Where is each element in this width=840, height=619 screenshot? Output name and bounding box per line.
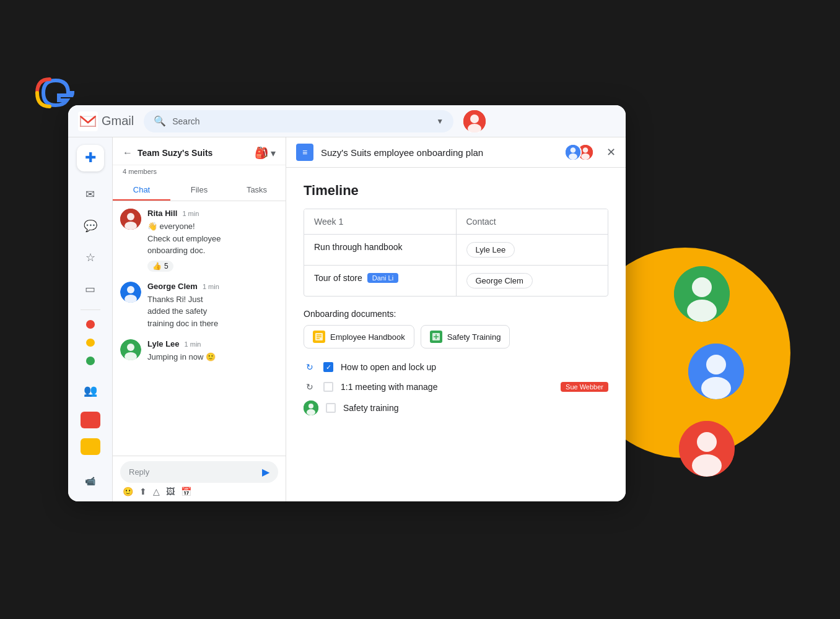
- contact-pill-1: Lyle Lee: [466, 242, 515, 258]
- tab-tasks[interactable]: Tasks: [228, 180, 286, 201]
- sidebar-item-mail[interactable]: ✉: [77, 181, 104, 208]
- chat-header: ← Team Suzy's Suits 🎒 ▾: [113, 137, 286, 165]
- doc-chip-handbook[interactable]: Employee Handbook: [304, 325, 414, 348]
- search-bar[interactable]: 🔍 Search ▼: [144, 110, 453, 132]
- avatar-lyle: [120, 339, 141, 360]
- gmail-topbar: Gmail 🔍 Search ▼: [68, 105, 626, 137]
- team-emoji: 🎒: [255, 146, 268, 160]
- doc-title: Suzy's Suits employee onboarding plan: [321, 147, 557, 158]
- main-content: ✚ ✉ 💬 ☆ ▭ 👥 📹 ← Team Suzy's Suits 🎒 ▾ 4 …: [68, 137, 626, 501]
- msg-body-1: Rita Hill 1 min 👋 everyone!Check out emp…: [147, 209, 278, 272]
- dani-li-badge: Dani Li: [367, 273, 398, 283]
- close-button[interactable]: ✕: [606, 145, 616, 159]
- msg-text-1: 👋 everyone!Check out employeeonboarding …: [147, 220, 278, 257]
- tab-files[interactable]: Files: [170, 180, 228, 201]
- checkbox-3[interactable]: [326, 403, 336, 413]
- msg-time-1: 1 min: [182, 210, 199, 217]
- timeline-contact-1: Lyle Lee: [456, 235, 608, 265]
- checkbox-1[interactable]: ✓: [323, 362, 333, 372]
- account-avatar[interactable]: [463, 110, 486, 132]
- drive-icon[interactable]: △: [153, 487, 160, 496]
- gmail-label: Gmail: [102, 114, 134, 128]
- svg-point-1: [692, 277, 712, 297]
- timeline-row-1: Run through handbook Lyle Lee: [304, 235, 608, 266]
- sidebar-divider: [81, 310, 100, 310]
- calendar-icon[interactable]: 📅: [181, 487, 191, 496]
- safety-icon: [430, 331, 442, 343]
- onboarding-docs-title: Onboarding documents:: [304, 309, 608, 319]
- svg-point-18: [127, 286, 134, 293]
- svg-point-7: [697, 432, 717, 452]
- task-badge-row: Tour of store Dani Li: [314, 273, 446, 283]
- msg-body-3: Lyle Lee 1 min Jumping in now 🙂: [147, 339, 278, 363]
- timeline-task-2: Tour of store Dani Li: [304, 266, 456, 296]
- msg-header-3: Lyle Lee 1 min: [147, 339, 278, 348]
- tab-chat[interactable]: Chat: [113, 180, 170, 201]
- reply-placeholder: Reply: [129, 467, 149, 477]
- gmail-logo: Gmail: [78, 111, 134, 131]
- checklist-item-2: ↻ 1:1 meeting with manage Sue Webber: [304, 381, 608, 393]
- checklist-text-3: Safety training: [343, 403, 608, 413]
- timeline-header-row: Week 1 Contact: [304, 209, 608, 235]
- msg-name-1: Rita Hill: [147, 209, 177, 218]
- svg-point-24: [571, 147, 576, 153]
- chat-messages: Rita Hill 1 min 👋 everyone!Check out emp…: [113, 201, 286, 456]
- chat-reply-bar: Reply ▶ 🙂 ⬆ △ 🖼 📅: [113, 456, 286, 501]
- chat-tabs: Chat Files Tasks: [113, 180, 286, 201]
- doc-header-avatars: [564, 144, 594, 161]
- timeline-row-2: Tour of store Dani Li George Clem: [304, 266, 608, 296]
- doc-chips: Employee Handbook Safety Training: [304, 325, 608, 348]
- image-icon[interactable]: 🖼: [166, 487, 175, 496]
- reply-actions: 🙂 ⬆ △ 🖼 📅: [120, 483, 278, 496]
- svg-point-27: [583, 147, 588, 153]
- doc-section-title: Timeline: [304, 183, 608, 199]
- msg-reaction-1[interactable]: 👍 5: [147, 261, 173, 272]
- svg-point-2: [687, 300, 717, 322]
- sidebar-item-people[interactable]: 👥: [77, 378, 104, 404]
- sidebar-icons: ✚ ✉ 💬 ☆ ▭ 👥 📹: [68, 137, 113, 501]
- side-avatar-2: [688, 344, 744, 399]
- msg-name-2: George Clem: [147, 282, 198, 291]
- back-button[interactable]: ←: [123, 147, 133, 158]
- attach-icon[interactable]: ⬆: [139, 487, 147, 496]
- side-avatar-3: [679, 421, 735, 477]
- svg-point-8: [692, 454, 722, 477]
- msg-header-2: George Clem 1 min: [147, 282, 278, 291]
- handbook-icon: [313, 331, 325, 343]
- emoji-icon[interactable]: 🙂: [123, 487, 133, 496]
- compose-button[interactable]: ✚: [77, 145, 104, 171]
- onboarding-docs-section: Onboarding documents: Employee Handbook: [304, 309, 608, 348]
- checklist-item-1: ↻ ✓ How to open and lock up: [304, 361, 608, 373]
- doc-header: ≡ Suzy's Suits employee onboarding plan …: [286, 137, 626, 168]
- doc-avatar-1: [564, 144, 582, 161]
- doc-chip-safety[interactable]: Safety Training: [421, 325, 510, 348]
- search-input[interactable]: Search: [172, 116, 436, 126]
- sidebar-color-1: [81, 412, 100, 428]
- svg-rect-9: [78, 111, 98, 131]
- sidebar-item-spaces[interactable]: ▭: [77, 275, 104, 302]
- send-button[interactable]: ▶: [262, 466, 269, 478]
- side-avatar-1: [674, 266, 730, 322]
- chat-panel: ← Team Suzy's Suits 🎒 ▾ 4 members Chat F…: [113, 137, 286, 501]
- check-circle-1: ↻: [304, 361, 316, 373]
- sidebar-item-chat[interactable]: 💬: [77, 213, 104, 240]
- timeline-table: Week 1 Contact Run through handbook Lyle…: [304, 209, 608, 297]
- chat-message-2: George Clem 1 min Thanks Ri! Justadded t…: [120, 282, 278, 330]
- timeline-task-2-text: Tour of store: [314, 273, 362, 283]
- contact-pill-2: George Clem: [466, 273, 533, 288]
- status-dot-red: [86, 320, 95, 329]
- doc-panel: ≡ Suzy's Suits employee onboarding plan …: [286, 137, 626, 501]
- svg-point-15: [127, 213, 134, 220]
- safety-label: Safety Training: [447, 332, 501, 342]
- checkbox-2[interactable]: [323, 382, 333, 392]
- checklist-text-2: 1:1 meeting with manage: [341, 382, 553, 392]
- reply-input-area[interactable]: Reply ▶: [120, 461, 278, 483]
- status-dot-yellow: [86, 339, 95, 347]
- svg-point-25: [569, 154, 577, 160]
- chat-options-icon[interactable]: ▾: [271, 147, 276, 159]
- svg-point-21: [127, 344, 134, 351]
- sidebar-color-2: [81, 438, 100, 455]
- checklist-avatar-3: [304, 400, 318, 415]
- sidebar-item-starred[interactable]: ☆: [77, 244, 104, 271]
- sidebar-item-video[interactable]: 📹: [77, 467, 104, 494]
